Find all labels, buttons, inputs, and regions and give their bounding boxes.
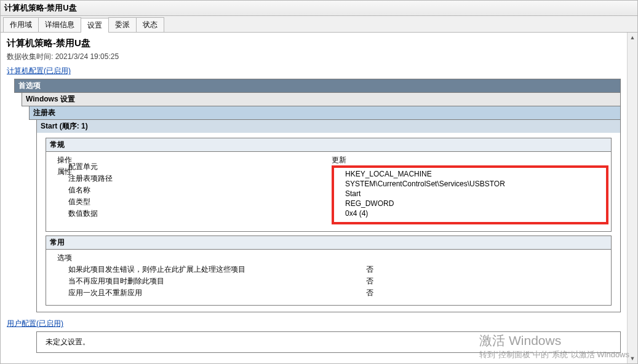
header-registry[interactable]: 注册表	[29, 106, 621, 120]
link-user-config[interactable]: 用户配置(已启用)	[7, 317, 621, 331]
window-title: 计算机策略-禁用U盘	[1, 1, 637, 16]
general-row-3-v: REG_DWORD	[335, 199, 605, 208]
tab-row: 作用域 详细信息 设置 委派 状态	[1, 16, 637, 33]
common-row-1-k: 当不再应用项目时删除此项目	[46, 275, 329, 287]
header-common[interactable]: 常用	[46, 235, 612, 250]
general-row-2-v: Start	[335, 189, 605, 199]
panel-general: 操作 更新 属性 HKEY_LOCAL_MACHINE SYSTEM\Cu	[46, 151, 612, 232]
general-row-4-v: 0x4 (4)	[335, 208, 605, 218]
general-row-4-k: 数值数据	[46, 208, 317, 220]
tab-delegate[interactable]: 委派	[108, 17, 137, 32]
common-row-0-k: 如果此项目发生错误，则停止在此扩展上处理这些项目	[46, 264, 329, 275]
general-row-0-v: HKEY_LOCAL_MACHINE	[335, 169, 605, 179]
general-row-0-k: 配置单元	[46, 161, 317, 173]
header-winsettings[interactable]: Windows 设置	[22, 92, 621, 106]
tab-scope[interactable]: 作用域	[3, 17, 39, 32]
link-computer-config[interactable]: 计算机配置(已启用)	[7, 65, 621, 79]
general-row-1-k: 注册表项路径	[46, 173, 317, 184]
vertical-scrollbar[interactable]: ▲ ▼	[627, 33, 637, 363]
header-general[interactable]: 常规	[46, 138, 612, 152]
common-row-2-k: 应用一次且不重新应用	[46, 287, 329, 299]
highlight-box: HKEY_LOCAL_MACHINE SYSTEM\CurrentControl…	[332, 165, 608, 224]
general-action-value: 更新	[329, 154, 611, 166]
tab-status[interactable]: 状态	[136, 17, 164, 32]
common-row-2-v: 否	[329, 287, 611, 299]
general-row-1-v: SYSTEM\CurrentControlSet\Services\USBSTO…	[335, 179, 605, 189]
scroll-down-icon[interactable]: ▼	[628, 354, 637, 363]
common-row-1-v: 否	[329, 275, 611, 287]
doc-subtitle: 数据收集时间: 2021/3/24 19:05:25	[7, 52, 621, 62]
common-options-label: 选项	[46, 252, 329, 264]
panel-general-wrapper: 常规 操作 更新 属性	[36, 133, 621, 312]
header-prefs[interactable]: 首选项	[14, 79, 621, 93]
general-row-2-k: 值名称	[46, 184, 317, 196]
panel-common: 选项 如果此项目发生错误，则停止在此扩展上处理这些项目 否 当不再应用项目时删除…	[46, 249, 612, 306]
general-row-3-k: 值类型	[46, 196, 317, 208]
common-row-0-v: 否	[329, 264, 611, 275]
tab-settings[interactable]: 设置	[81, 18, 109, 33]
doc-title: 计算机策略-禁用U盘	[7, 38, 621, 49]
scroll-up-icon[interactable]: ▲	[628, 33, 637, 42]
user-config-panel: 未定义设置。	[36, 331, 621, 353]
header-start[interactable]: Start (顺序: 1)	[36, 119, 621, 133]
user-config-text: 未定义设置。	[46, 338, 90, 346]
tab-details[interactable]: 详细信息	[38, 17, 81, 32]
content-area: 计算机策略-禁用U盘 数据收集时间: 2021/3/24 19:05:25 计算…	[1, 33, 627, 363]
